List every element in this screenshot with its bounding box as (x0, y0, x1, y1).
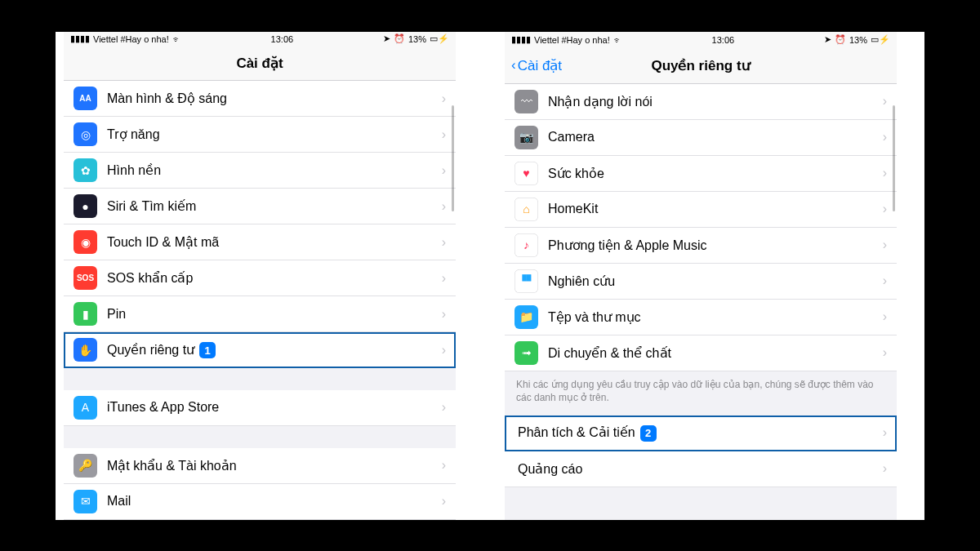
settings-row[interactable]: ▮Pin› (64, 296, 456, 332)
settings-row[interactable]: 🔑Mật khẩu & Tài khoản› (64, 448, 456, 484)
battery-icon: ▭⚡ (430, 33, 449, 44)
alarm-icon: ⏰ (835, 34, 846, 45)
row-label: Hình nền (107, 162, 442, 178)
ph-ng-ti-n-apple-music-icon: ♪ (514, 233, 538, 257)
row-label: Tệp và thư mục (548, 309, 883, 325)
settings-row[interactable]: Quảng cáo› (505, 451, 897, 487)
tr-n-ng-icon: ◎ (74, 122, 97, 146)
chevron-right-icon: › (442, 400, 446, 415)
itunes-app-store-icon: A (74, 396, 97, 420)
settings-row[interactable]: ♪Phương tiện & Apple Music› (505, 228, 897, 264)
siri-t-m-ki-m-icon: ● (74, 194, 97, 218)
chevron-right-icon: › (883, 166, 887, 180)
row-label: Phân tích & Cải tiến2 (518, 424, 883, 442)
row-label: Mail (107, 494, 442, 509)
settings-row[interactable]: AiTunes & App Store› (64, 390, 456, 426)
navbar: Cài đặt (64, 47, 456, 81)
row-label: Phương tiện & Apple Music (548, 238, 883, 253)
row-label: Màn hình & Độ sáng (107, 91, 442, 106)
touch-id-m-t-m--icon: ◉ (74, 230, 97, 254)
back-label: Cài đặt (518, 57, 562, 74)
status-bar: ▮▮▮▮ Viettel #Hay o nha! ᯤ 13:06 ➤ ⏰ 13%… (64, 32, 456, 47)
settings-row[interactable]: AAMàn hình & Độ sáng› (64, 81, 456, 117)
chevron-right-icon: › (442, 163, 446, 178)
alarm-icon: ⏰ (394, 33, 405, 44)
chevron-right-icon: › (442, 307, 446, 322)
privacy-list: 〰Nhận dạng lời nói›📷Camera›♥Sức khỏe›⌂Ho… (505, 84, 897, 371)
homekit-icon: ⌂ (514, 198, 538, 221)
chevron-right-icon: › (442, 458, 446, 473)
row-label: Pin (107, 307, 442, 322)
chevron-right-icon: › (883, 345, 887, 360)
row-label: Touch ID & Mật mã (107, 234, 442, 250)
section-footer: Khi các ứng dụng yêu cầu truy cập vào dữ… (505, 371, 897, 415)
chevron-right-icon: › (883, 238, 887, 252)
chevron-right-icon: › (442, 91, 446, 106)
nh-n-d-ng-l-i-n-i-icon: 〰 (514, 90, 538, 113)
chevron-left-icon: ‹ (511, 57, 516, 73)
pin-icon: ▮ (74, 302, 97, 326)
settings-row[interactable]: ♥Sức khỏe› (505, 156, 897, 192)
wifi-icon: ᯤ (613, 35, 622, 45)
di-chuy-n-th-ch-t-icon: ➟ (514, 341, 538, 365)
clock: 13:06 (712, 35, 735, 45)
mail-icon: ✉ (74, 490, 97, 513)
battery-icon: ▭⚡ (871, 34, 890, 45)
settings-row[interactable]: ✋Quyền riêng tư1› (64, 332, 456, 368)
settings-row[interactable]: 📷Camera› (505, 120, 897, 156)
camera-icon: 📷 (514, 126, 538, 149)
row-label: Siri & Tìm kiếm (107, 198, 442, 214)
carrier-text: Viettel #Hay o nha! (534, 35, 610, 45)
settings-row[interactable]: ⌂HomeKit› (505, 192, 897, 228)
clock: 13:06 (271, 34, 294, 44)
signal-icon: ▮▮▮▮ (70, 33, 90, 44)
phone-right: ▮▮▮▮ Viettel #Hay o nha! ᯤ 13:06 ➤ ⏰ 13%… (505, 32, 897, 520)
row-label: Quyền riêng tư1 (107, 342, 442, 359)
settings-row[interactable]: ➟Di chuyển & thể chất› (505, 335, 897, 371)
quy-n-ri-ng-t--icon: ✋ (74, 338, 97, 362)
location-icon: ➤ (383, 33, 390, 44)
row-label: iTunes & App Store (107, 400, 442, 415)
navbar: ‹ Cài đặt Quyền riêng tư (505, 48, 897, 84)
row-label: Nghiên cứu (548, 273, 883, 289)
settings-row[interactable]: ✿Hình nền› (64, 153, 456, 189)
tutorial-frame: ▮▮▮▮ Viettel #Hay o nha! ᯤ 13:06 ➤ ⏰ 13%… (56, 32, 924, 520)
settings-row[interactable]: 📁Tệp và thư mục› (505, 300, 897, 335)
sos-kh-n-c-p-icon: SOS (74, 266, 97, 290)
battery-text: 13% (408, 34, 426, 44)
signal-icon: ▮▮▮▮ (511, 34, 531, 45)
chevron-right-icon: › (442, 235, 446, 250)
step-badge: 1 (199, 342, 216, 358)
settings-row[interactable]: ◉Touch ID & Mật mã› (64, 224, 456, 260)
carrier-text: Viettel #Hay o nha! (93, 34, 169, 44)
chevron-right-icon: › (883, 94, 887, 109)
h-nh-n-n-icon: ✿ (74, 158, 97, 182)
battery-text: 13% (849, 35, 867, 45)
row-label: Camera (548, 130, 883, 144)
chevron-right-icon: › (883, 461, 887, 476)
step-badge: 2 (640, 425, 657, 442)
chevron-right-icon: › (883, 273, 887, 288)
phone-left: ▮▮▮▮ Viettel #Hay o nha! ᯤ 13:06 ➤ ⏰ 13%… (64, 32, 456, 520)
settings-row[interactable]: ●Siri & Tìm kiếm› (64, 189, 456, 224)
settings-row[interactable]: ◎Trợ năng› (64, 117, 456, 153)
chevron-right-icon: › (442, 494, 446, 509)
settings-row[interactable]: ✉Mail› (64, 484, 456, 520)
row-label: Quảng cáo (518, 461, 883, 477)
settings-row[interactable]: ▝▘Nghiên cứu› (505, 264, 897, 300)
chevron-right-icon: › (442, 199, 446, 214)
settings-row[interactable]: Phân tích & Cải tiến2› (505, 415, 897, 451)
chevron-right-icon: › (442, 271, 446, 286)
back-button[interactable]: ‹ Cài đặt (511, 57, 562, 74)
settings-list: AAMàn hình & Độ sáng›◎Trợ năng›✿Hình nền… (64, 81, 456, 368)
row-label: Trợ năng (107, 127, 442, 142)
row-label: Mật khẩu & Tài khoản (107, 458, 442, 473)
settings-row[interactable]: SOSSOS khẩn cấp› (64, 260, 456, 296)
chevron-right-icon: › (442, 127, 446, 142)
nghi-n-c-u-icon: ▝▘ (514, 269, 538, 293)
page-title: Cài đặt (236, 55, 283, 72)
status-bar: ▮▮▮▮ Viettel #Hay o nha! ᯤ 13:06 ➤ ⏰ 13%… (505, 32, 897, 48)
t-p-v-th-m-c-icon: 📁 (514, 305, 538, 329)
chevron-right-icon: › (883, 425, 887, 440)
settings-row[interactable]: 〰Nhận dạng lời nói› (505, 84, 897, 120)
